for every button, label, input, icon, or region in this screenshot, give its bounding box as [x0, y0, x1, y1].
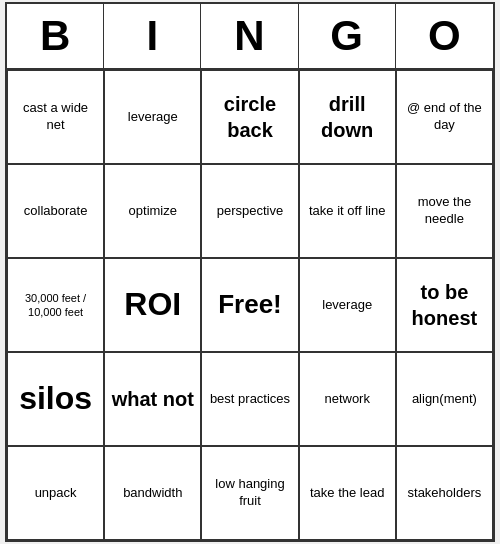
- cell-text: ROI: [124, 284, 181, 326]
- cell-text: perspective: [217, 203, 283, 220]
- bingo-cell[interactable]: leverage: [299, 258, 396, 352]
- bingo-header: BINGO: [7, 4, 493, 70]
- bingo-cell[interactable]: @ end of the day: [396, 70, 493, 164]
- bingo-cell[interactable]: Free!: [201, 258, 298, 352]
- bingo-cell[interactable]: align(ment): [396, 352, 493, 446]
- header-letter: B: [7, 4, 104, 68]
- bingo-cell[interactable]: circle back: [201, 70, 298, 164]
- bingo-cell[interactable]: to be honest: [396, 258, 493, 352]
- bingo-cell[interactable]: collaborate: [7, 164, 104, 258]
- cell-text: move the needle: [403, 194, 486, 228]
- cell-text: silos: [19, 378, 92, 420]
- header-letter: I: [104, 4, 201, 68]
- bingo-cell[interactable]: leverage: [104, 70, 201, 164]
- bingo-cell[interactable]: move the needle: [396, 164, 493, 258]
- bingo-cell[interactable]: stakeholders: [396, 446, 493, 540]
- cell-text: align(ment): [412, 391, 477, 408]
- bingo-cell[interactable]: optimize: [104, 164, 201, 258]
- cell-text: Free!: [218, 288, 282, 322]
- cell-text: take it off line: [309, 203, 385, 220]
- cell-text: network: [324, 391, 370, 408]
- cell-text: optimize: [129, 203, 177, 220]
- header-letter: G: [299, 4, 396, 68]
- bingo-grid: cast a wide netleveragecircle backdrill …: [7, 70, 493, 540]
- cell-text: unpack: [35, 485, 77, 502]
- cell-text: to be honest: [403, 279, 486, 331]
- cell-text: low hanging fruit: [208, 476, 291, 510]
- bingo-cell[interactable]: ROI: [104, 258, 201, 352]
- bingo-cell[interactable]: cast a wide net: [7, 70, 104, 164]
- cell-text: collaborate: [24, 203, 88, 220]
- bingo-cell[interactable]: network: [299, 352, 396, 446]
- header-letter: O: [396, 4, 493, 68]
- cell-text: cast a wide net: [14, 100, 97, 134]
- cell-text: best practices: [210, 391, 290, 408]
- bingo-cell[interactable]: unpack: [7, 446, 104, 540]
- bingo-cell[interactable]: low hanging fruit: [201, 446, 298, 540]
- cell-text: 30,000 feet / 10,000 feet: [14, 291, 97, 320]
- bingo-cell[interactable]: take it off line: [299, 164, 396, 258]
- cell-text: what not: [112, 386, 194, 412]
- bingo-cell[interactable]: silos: [7, 352, 104, 446]
- bingo-card: BINGO cast a wide netleveragecircle back…: [5, 2, 495, 542]
- bingo-cell[interactable]: take the lead: [299, 446, 396, 540]
- cell-text: bandwidth: [123, 485, 182, 502]
- bingo-cell[interactable]: perspective: [201, 164, 298, 258]
- cell-text: leverage: [128, 109, 178, 126]
- cell-text: @ end of the day: [403, 100, 486, 134]
- cell-text: drill down: [306, 91, 389, 143]
- bingo-cell[interactable]: what not: [104, 352, 201, 446]
- cell-text: leverage: [322, 297, 372, 314]
- bingo-cell[interactable]: best practices: [201, 352, 298, 446]
- cell-text: take the lead: [310, 485, 384, 502]
- bingo-cell[interactable]: drill down: [299, 70, 396, 164]
- cell-text: circle back: [208, 91, 291, 143]
- cell-text: stakeholders: [408, 485, 482, 502]
- bingo-cell[interactable]: bandwidth: [104, 446, 201, 540]
- bingo-cell[interactable]: 30,000 feet / 10,000 feet: [7, 258, 104, 352]
- header-letter: N: [201, 4, 298, 68]
